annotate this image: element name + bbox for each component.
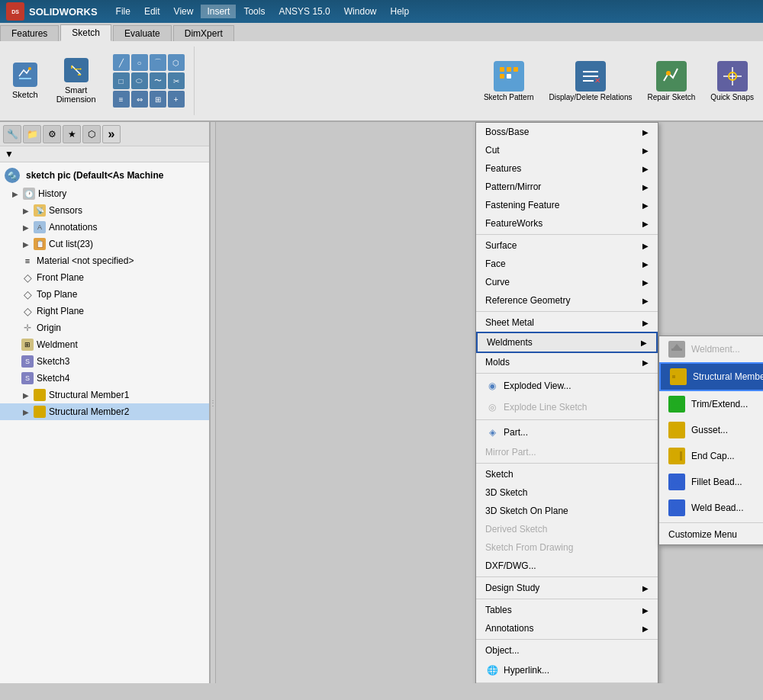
menu-3d-sketch[interactable]: 3D Sketch [476, 483, 658, 502]
menu-object[interactable]: Object... [476, 641, 658, 660]
menu-bar-items: File Edit View Insert Tools ANSYS 15.0 W… [110, 5, 416, 18]
submenu-end-cap[interactable]: End Cap... [659, 443, 763, 469]
menu-features[interactable]: Features ▶ [476, 159, 658, 178]
panel-splitter[interactable]: ⋮ [210, 122, 216, 683]
sketch-pattern-button[interactable]: Sketch Pattern [481, 58, 537, 104]
tree-item-struct1[interactable]: ▶ Structural Member1 [0, 387, 209, 403]
menu-3d-sketch-plane[interactable]: 3D Sketch On Plane [476, 502, 658, 520]
tree-item-history[interactable]: ▶ 🕐 History [0, 185, 209, 202]
menu-surface[interactable]: Surface ▶ [476, 236, 658, 255]
mirror-tool[interactable]: ⇔ [131, 91, 148, 108]
menu-design-study[interactable]: Design Study ▶ [476, 579, 658, 597]
menu-window[interactable]: Window [338, 5, 383, 18]
tree-item-right-plane[interactable]: ◇ Right Plane [0, 303, 209, 319]
menu-sheet-metal[interactable]: Sheet Metal ▶ [476, 313, 658, 332]
line-tool[interactable]: ╱ [113, 54, 130, 71]
menu-part[interactable]: ◈ Part... [476, 422, 658, 443]
tab-evaluate[interactable]: Evaluate [113, 25, 172, 41]
panel-icon-btn-4[interactable]: ★ [63, 125, 81, 143]
tree-item-annotations[interactable]: ▶ A Annotations [0, 219, 209, 236]
panel-icon-btn-5[interactable]: ⬡ [82, 125, 101, 143]
tree-item-struct2[interactable]: ▶ Structural Member2 [0, 403, 209, 420]
menu-boss-base[interactable]: Boss/Base ▶ [476, 123, 658, 141]
spline-tool[interactable]: 〜 [150, 72, 166, 89]
tree-root[interactable]: 🔩 sketch pic (Default<As Machine [0, 165, 209, 185]
tab-features[interactable]: Features [0, 25, 59, 41]
menu-tables[interactable]: Tables ▶ [476, 601, 658, 619]
panel-toolbar: 🔧 📁 ⚙ ★ ⬡ » [0, 122, 209, 146]
small-buttons: ╱ ○ ⌒ ⬡ □ ⬭ 〜 ✂ ≡ ⇔ ⊞ + [113, 54, 189, 108]
ribbon-smart-dim-button[interactable]: ⟷ SmartDimension [50, 55, 102, 107]
submenu-trim-extend[interactable]: Trim/Extend... [659, 391, 763, 417]
tree-item-sketch4[interactable]: S Sketch4 [0, 370, 209, 387]
sensors-icon: 📡 [34, 204, 46, 217]
menu-face[interactable]: Face ▶ [476, 255, 658, 273]
history-label: History [38, 188, 66, 199]
tree-item-cut-list[interactable]: ▶ 📋 Cut list(23) [0, 236, 209, 252]
tree-item-sketch3[interactable]: S Sketch3 [0, 353, 209, 370]
trim-tool[interactable]: ✂ [168, 72, 185, 89]
submenu-sep [659, 522, 763, 523]
ellipse-tool[interactable]: ⬭ [131, 72, 148, 89]
ribbon-sketch-button[interactable]: Sketch [6, 59, 44, 102]
menu-weldments[interactable]: Weldments ▶ [476, 332, 658, 353]
pattern-tool[interactable]: ⊞ [150, 91, 166, 108]
menu-tools[interactable]: Tools [237, 5, 271, 18]
display-delete-icon: ✕ [575, 61, 606, 92]
menu-featureworks[interactable]: FeatureWorks ▶ [476, 214, 658, 233]
sketch4-icon: S [21, 372, 34, 384]
sep5 [476, 463, 658, 464]
menu-fastening[interactable]: Fastening Feature ▶ [476, 196, 658, 214]
tree-item-weldment[interactable]: ⊞ Weldment [0, 336, 209, 353]
panel-icon-btn-3[interactable]: ⚙ [43, 125, 61, 143]
panel-icon-btn-1[interactable]: 🔧 [3, 125, 21, 143]
menu-curve[interactable]: Curve ▶ [476, 273, 658, 291]
tab-dimxpert[interactable]: DimXpert [173, 25, 234, 41]
tree-item-origin[interactable]: ✛ Origin [0, 319, 209, 336]
sketch-pattern-label: Sketch Pattern [484, 93, 534, 101]
repair-sketch-button[interactable]: Repair Sketch [644, 58, 698, 104]
menu-edit[interactable]: Edit [138, 5, 166, 18]
menu-cut[interactable]: Cut ▶ [476, 141, 658, 159]
tab-sketch[interactable]: Sketch [60, 24, 111, 41]
tree-item-sensors[interactable]: ▶ 📡 Sensors [0, 202, 209, 219]
submenu-struct-member[interactable]: Structural Member... [659, 362, 763, 391]
menu-molds[interactable]: Molds ▶ [476, 353, 658, 371]
menu-pattern-mirror[interactable]: Pattern/Mirror ▶ [476, 178, 658, 196]
arc-tool[interactable]: ⌒ [150, 54, 166, 71]
expand-struct2: ▶ [21, 407, 31, 416]
submenu-fillet-bead[interactable]: Fillet Bead... [659, 469, 763, 495]
panel-icon-btn-2[interactable]: 📁 [23, 125, 41, 143]
menu-dxf-dwg[interactable]: DXF/DWG... [476, 557, 658, 575]
display-delete-button[interactable]: ✕ Display/Delete Relations [546, 58, 636, 104]
submenu-gusset[interactable]: Gusset... [659, 417, 763, 443]
tree-item-material[interactable]: ≡ Material <not specified> [0, 252, 209, 269]
rect-tool[interactable]: □ [113, 72, 130, 89]
menu-annotations[interactable]: Annotations ▶ [476, 619, 658, 637]
menu-file[interactable]: File [110, 5, 137, 18]
panel-more-btn[interactable]: » [102, 125, 121, 143]
offset-tool[interactable]: ≡ [113, 91, 130, 108]
circle-tool[interactable]: ○ [131, 54, 148, 71]
menu-ansys[interactable]: ANSYS 15.0 [272, 5, 336, 18]
tree-item-front-plane[interactable]: ◇ Front Plane [0, 269, 209, 286]
submenu-customize[interactable]: Customize Menu [659, 525, 763, 544]
menu-help[interactable]: Help [384, 5, 415, 18]
tree-item-top-plane[interactable]: ◇ Top Plane [0, 286, 209, 303]
menu-hyperlink[interactable]: 🌐 Hyperlink... [476, 660, 658, 681]
polygon-tool[interactable]: ⬡ [168, 54, 185, 71]
more-tool[interactable]: + [168, 91, 185, 108]
menu-view[interactable]: View [168, 5, 200, 18]
weld-bead-icon [668, 499, 685, 516]
weldment-icon: ⊞ [21, 339, 34, 351]
svg-marker-25 [671, 426, 682, 435]
struct2-label: Structural Member2 [49, 406, 129, 417]
svg-rect-10 [507, 74, 511, 79]
menu-ref-geom[interactable]: Reference Geometry ▶ [476, 291, 658, 310]
menu-sketch[interactable]: Sketch [476, 465, 658, 483]
quick-snaps-button[interactable]: Quick Snaps [707, 58, 757, 104]
hyperlink-icon: 🌐 [485, 663, 499, 677]
menu-insert[interactable]: Insert [201, 5, 236, 18]
menu-exploded-view[interactable]: ◉ Exploded View... [476, 375, 658, 397]
submenu-weld-bead[interactable]: Weld Bead... [659, 495, 763, 521]
